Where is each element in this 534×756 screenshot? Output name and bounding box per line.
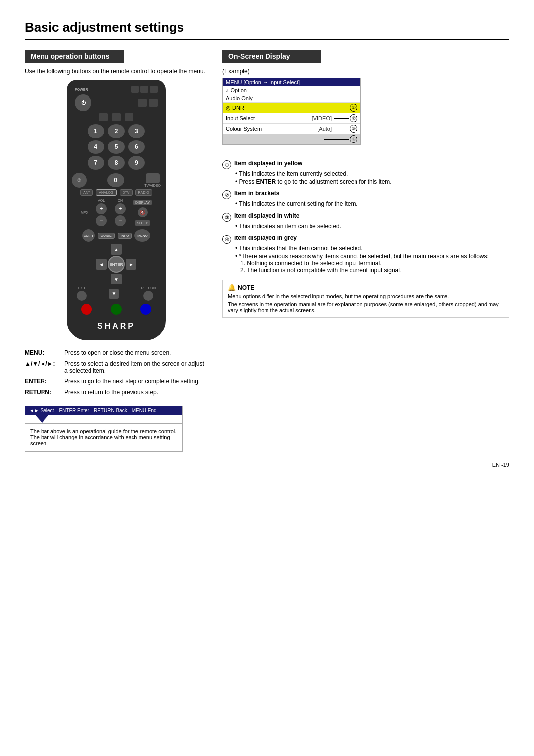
item-2-bullets: This indicates the current setting for t…	[222, 200, 509, 207]
dnr-label: ◎ DNR	[226, 105, 328, 111]
mute-btn[interactable]: 🔇	[138, 207, 148, 217]
return-instr-label: RETURN:	[25, 389, 59, 396]
guide-back: RETURN Back	[94, 408, 127, 413]
item-1-bullet-1: This indicates the item currently select…	[235, 170, 509, 177]
btn-8[interactable]: 8	[108, 156, 125, 170]
item-4-num: ④	[222, 235, 231, 244]
return-btn[interactable]	[143, 291, 153, 301]
display-btn[interactable]: DISPLAY	[134, 200, 152, 205]
return-label: RETURN	[141, 286, 156, 290]
op-guide-note-text: The bar above is an operational guide fo…	[30, 428, 178, 446]
return-instr-text: Press to return to the previous step.	[64, 389, 208, 396]
sleep-btn[interactable]: SLEEP	[135, 220, 150, 226]
top-icons	[131, 86, 158, 93]
analog-btn[interactable]: ANALOG	[96, 189, 116, 196]
ch-down-btn[interactable]: −	[115, 215, 126, 226]
menu-btn[interactable]: MENU	[134, 229, 150, 242]
item-1-bullets: This indicates the item currently select…	[222, 170, 509, 185]
item-3-header: ③ Item displayed in white	[222, 212, 509, 222]
source-row: ANT ANALOG DTV RADIO	[72, 189, 161, 196]
vol-up-btn[interactable]: +	[96, 203, 107, 214]
osd-header: On-Screen Display	[222, 50, 321, 63]
btn-7[interactable]: 7	[88, 156, 104, 170]
item-2-desc: ② Item in brackets This indicates the cu…	[222, 190, 509, 207]
btn-9[interactable]: 9	[128, 156, 145, 170]
btn-3[interactable]: 3	[128, 124, 145, 138]
tv-video-row: ⑤ 0 TV/VIDEO	[72, 173, 161, 188]
power-button[interactable]: ⏻	[75, 94, 91, 111]
note-title: 🔔 NOTE	[228, 284, 504, 291]
item-2-num: ②	[222, 190, 231, 199]
return-btn-group: RETURN	[141, 286, 156, 301]
enter-btn[interactable]: ENTER	[108, 256, 125, 273]
info-btn[interactable]: INFO	[118, 233, 132, 239]
ch-block: CH + −	[115, 199, 126, 226]
op-guide-wrapper: ◄► Select ENTER Enter RETURN Back MENU E…	[25, 406, 183, 423]
btn-4[interactable]: 4	[88, 140, 104, 154]
osd-row-input-select: Input Select [VIDEO] ②	[223, 113, 360, 124]
radio-btn[interactable]: RADIO	[135, 189, 152, 196]
vol-ch-area: MPX VOL + − CH + − DISPLAY 🔇	[72, 199, 161, 226]
color-btn-3[interactable]	[140, 304, 151, 315]
ant-btn[interactable]: ANT	[80, 189, 93, 196]
vol-down-btn[interactable]: −	[96, 215, 107, 226]
osd-row-audio-only: Audio Only	[223, 94, 360, 103]
dtv-btn[interactable]: DTV	[120, 189, 133, 196]
dpad-bot-row: ▼	[111, 274, 122, 284]
surround-btn[interactable]: SURR	[82, 229, 95, 242]
guide-enter: ENTER Enter	[59, 408, 89, 413]
color-btn-2[interactable]	[111, 304, 122, 315]
item-4-bullets: This indicates that the item cannot be s…	[222, 245, 509, 274]
btn-6[interactable]: 6	[128, 140, 145, 154]
power-label: POWER	[75, 88, 88, 91]
item-1-header: ① Item displayed in yellow	[222, 160, 509, 169]
note-item-2: The screens in the operation manual are …	[228, 301, 504, 313]
btn-5-circle[interactable]: ⑤	[72, 173, 87, 188]
guide-btn[interactable]: GUIDE	[98, 233, 115, 239]
btn-1[interactable]: 1	[88, 124, 104, 138]
input-select-value: [VIDEO]	[312, 115, 332, 121]
arrow-btns: ▼	[109, 289, 119, 299]
tv-video-btn[interactable]	[146, 173, 160, 183]
osd-row-dnr: ◎ DNR ①	[223, 103, 360, 113]
dpad-mid-row: ◄ ENTER ►	[96, 256, 136, 273]
colour-system-label: Colour System	[226, 126, 317, 132]
exit-btn[interactable]	[77, 291, 87, 301]
music-note-icon: ♪	[226, 87, 229, 93]
osd-row-colour-system: Colour System [Auto] ③	[223, 124, 360, 134]
item-3-num: ③	[222, 213, 231, 222]
item-4-title: Item displayed in grey	[234, 235, 297, 241]
item-1-title: Item displayed in yellow	[234, 160, 302, 167]
item-1-desc: ① Item displayed in yellow This indicate…	[222, 160, 509, 185]
instr-return: RETURN: Press to return to the previous …	[25, 389, 208, 396]
up-btn[interactable]: ▲	[111, 244, 122, 255]
down-btn[interactable]: ▼	[111, 274, 122, 284]
left-column: Menu operation buttons Use the following…	[25, 50, 208, 452]
exit-return-row: EXIT ▼ RETURN	[72, 286, 161, 301]
dpad-top-row: ▲	[111, 244, 122, 255]
menu-label: MENU:	[25, 349, 59, 356]
guide-end: MENU End	[132, 408, 157, 413]
item-4-header: ④ Item displayed in grey	[222, 235, 509, 244]
osd-screen-wrapper: MENU [Option → Input Select] ♪ Option Au…	[222, 78, 361, 152]
btn-0[interactable]: 0	[107, 173, 124, 187]
ch-up-btn[interactable]: +	[115, 203, 126, 214]
vol-label: VOL	[98, 199, 105, 202]
right-column: On-Screen Display (Example) MENU [Option…	[222, 50, 509, 318]
btn-2[interactable]: 2	[108, 124, 125, 138]
left-btn[interactable]: ◄	[96, 259, 107, 270]
down-arrow-btn[interactable]: ▼	[109, 289, 119, 299]
item-2-title: Item in brackets	[234, 190, 279, 197]
osd-area: MENU [Option → Input Select] ♪ Option Au…	[222, 78, 509, 152]
small-top-btn-1	[138, 99, 147, 107]
item-4-star: *There are various reasons why items can…	[235, 253, 509, 274]
icon-row-btn-1	[99, 113, 108, 121]
btn-5[interactable]: 5	[108, 140, 125, 154]
small-top-btn-2	[149, 99, 158, 107]
instructions: MENU: Press to open or close the menu sc…	[25, 349, 208, 396]
arrows-text: Press to select a desired item on the sc…	[64, 360, 208, 374]
sharp-logo: SHARP	[72, 322, 161, 331]
right-btn[interactable]: ►	[126, 259, 136, 270]
color-btn-1[interactable]	[81, 304, 92, 315]
ann-num-1: ①	[350, 104, 357, 112]
